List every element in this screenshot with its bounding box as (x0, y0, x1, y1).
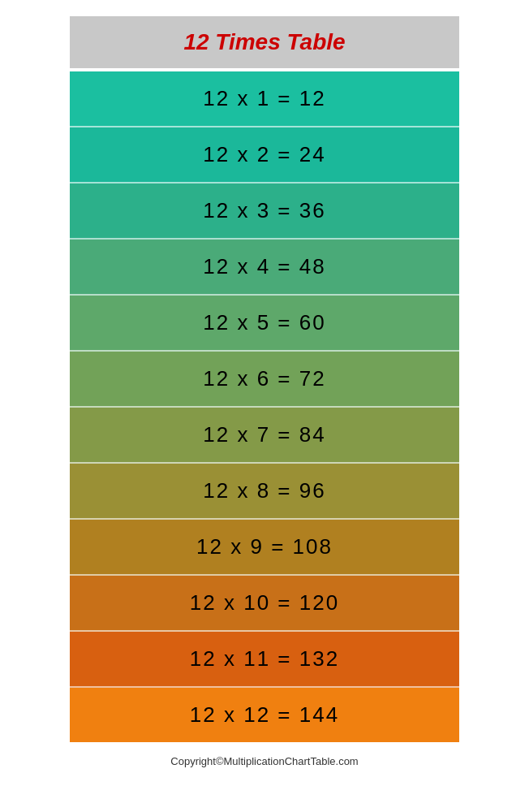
table-row: 12 x 4 = 48 (70, 240, 459, 296)
row-equation: 12 x 2 = 24 (203, 142, 325, 167)
table-row: 12 x 11 = 132 (70, 632, 459, 688)
table-row: 12 x 10 = 120 (70, 576, 459, 632)
table-row: 12 x 6 = 72 (70, 352, 459, 408)
row-equation: 12 x 7 = 84 (203, 422, 325, 447)
table-row: 12 x 12 = 144 (70, 688, 459, 742)
row-equation: 12 x 8 = 96 (203, 478, 325, 503)
title-bar: 12 Times Table (70, 16, 459, 68)
row-equation: 12 x 4 = 48 (203, 254, 325, 279)
table-row: 12 x 5 = 60 (70, 296, 459, 352)
row-equation: 12 x 5 = 60 (203, 310, 325, 335)
table-row: 12 x 7 = 84 (70, 408, 459, 464)
page-title: 12 Times Table (183, 29, 345, 54)
row-equation: 12 x 1 = 12 (203, 86, 325, 111)
table-row: 12 x 1 = 12 (70, 71, 459, 127)
row-equation: 12 x 3 = 36 (203, 198, 325, 223)
copyright-text: Copyright©MultiplicationChartTable.com (170, 755, 358, 767)
row-equation: 12 x 6 = 72 (203, 366, 325, 391)
table-row: 12 x 8 = 96 (70, 464, 459, 520)
table-row: 12 x 9 = 108 (70, 520, 459, 576)
table-row: 12 x 3 = 36 (70, 184, 459, 240)
table-row: 12 x 2 = 24 (70, 127, 459, 184)
row-equation: 12 x 9 = 108 (196, 534, 333, 559)
main-container: 12 Times Table 12 x 1 = 1212 x 2 = 2412 … (70, 16, 459, 742)
row-equation: 12 x 10 = 120 (190, 590, 339, 615)
row-equation: 12 x 12 = 144 (190, 702, 339, 728)
times-table: 12 x 1 = 1212 x 2 = 2412 x 3 = 3612 x 4 … (70, 71, 459, 742)
row-equation: 12 x 11 = 132 (190, 646, 339, 672)
